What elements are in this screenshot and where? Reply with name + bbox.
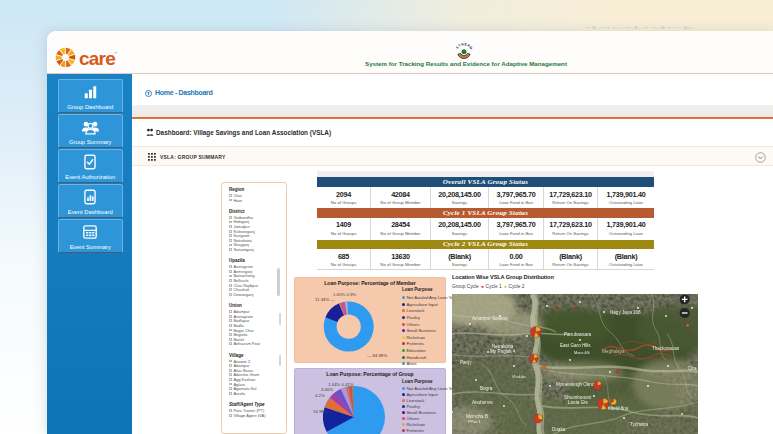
- svg-text:Anubonvs: Anubonvs: [472, 400, 493, 405]
- svg-text:Tychwira: Tychwira: [630, 422, 649, 427]
- svg-text:Doaka: Doaka: [552, 427, 566, 432]
- svg-text:16.98% —: 16.98% —: [313, 409, 334, 414]
- svg-text:Kiteid 6ns: Kiteid 6ns: [608, 406, 629, 411]
- svg-text:Meghalaya: Meghalaya: [602, 349, 625, 354]
- svg-text:11.34% —: 11.34% —: [315, 297, 335, 302]
- svg-text:Mymensingh Oknold: Mymensingh Oknold: [556, 382, 598, 387]
- svg-text:Mymoha B: Mymoha B: [466, 414, 488, 419]
- svg-text:Panjy: Panjy: [460, 360, 472, 365]
- svg-text:PPua 3: PPua 3: [468, 420, 480, 424]
- svg-text:Nagy Jaya 108: Nagy Jaya 108: [610, 310, 641, 315]
- svg-text:Panubassara: Panubassara: [564, 332, 592, 337]
- svg-text:Ctra: Ctra: [688, 366, 697, 371]
- svg-text:Mous 46t: Mous 46t: [574, 351, 591, 355]
- svg-text:Bogra: Bogra: [480, 386, 493, 391]
- svg-text:— 84.98%: — 84.98%: [367, 353, 387, 358]
- svg-text:My Pagjak 4: My Pagjak 4: [490, 349, 516, 354]
- svg-text:4.2%: 4.2%: [315, 393, 325, 398]
- svg-text:M: M: [468, 45, 473, 50]
- svg-text:Vhaluka: Vhaluka: [512, 375, 527, 379]
- svg-text:Thackovacan: Thackovacan: [652, 346, 680, 351]
- svg-text:East Garo Hills: East Garo Hills: [560, 343, 591, 348]
- svg-text:Amanpur Sonkrat: Amanpur Sonkrat: [472, 316, 508, 321]
- svg-text:Lonia Grs: Lonia Grs: [568, 400, 589, 405]
- svg-text:1.65% 0.9%: 1.65% 0.9%: [333, 292, 356, 297]
- svg-text:4.46%: 4.46%: [321, 387, 333, 392]
